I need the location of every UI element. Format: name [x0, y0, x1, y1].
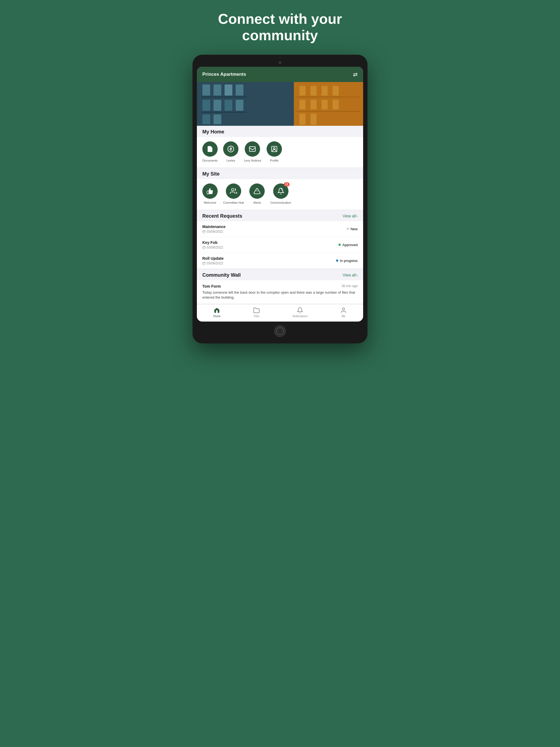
request-status-rollupdate: In progress [336, 259, 358, 263]
communication-label: Communication [270, 201, 291, 204]
svg-rect-4 [225, 84, 232, 96]
svg-rect-43 [203, 262, 205, 265]
svg-rect-21 [322, 100, 328, 109]
tablet-bottom [197, 321, 363, 339]
request-status-maintenance: New [347, 227, 358, 231]
page-hero-title: Connect with your community [184, 11, 376, 44]
svg-point-30 [274, 147, 275, 149]
levy-notices-label: Levy Notices [244, 159, 261, 162]
my-site-title: My Site [202, 171, 220, 177]
svg-rect-5 [236, 84, 244, 96]
levies-label: Levies [226, 159, 235, 162]
nav-notifications[interactable]: Notifications [292, 307, 307, 318]
svg-rect-16 [310, 86, 316, 96]
levy-notices-item[interactable]: Levy Notices [244, 141, 261, 162]
svg-rect-9 [236, 100, 244, 111]
community-post-time: 38 min ago [341, 284, 358, 288]
my-home-icon-grid: Documents Levies [197, 137, 363, 168]
request-info-rollupdate: Roll Update 03/08/2022 [202, 256, 224, 265]
levy-notices-icon-circle [245, 141, 260, 157]
documents-label: Documents [202, 159, 218, 162]
svg-rect-23 [299, 113, 305, 125]
community-post-author: Tom Form [202, 284, 221, 288]
hero-building-image [197, 82, 363, 126]
switch-icon[interactable]: ⇄ [353, 71, 358, 78]
app-header: Princes Apartments ⇄ [197, 67, 363, 82]
svg-rect-35 [203, 231, 205, 233]
communication-badge: 13 [284, 182, 289, 186]
request-info-maintenance: Maintenance 03/08/2022 [202, 225, 226, 233]
alerts-item[interactable]: Alerts [249, 183, 265, 204]
svg-point-31 [232, 188, 234, 191]
tablet-screen: Princes Apartments ⇄ [197, 67, 363, 321]
committee-hub-icon-circle [226, 183, 241, 199]
alerts-label: Alerts [253, 201, 261, 204]
committee-hub-label: Committee Hub [223, 201, 244, 204]
communication-item[interactable]: 13 Communication [270, 183, 291, 204]
nav-files-label: Files [254, 315, 259, 318]
request-title-rollupdate: Roll Update [202, 256, 224, 261]
svg-rect-28 [250, 147, 256, 151]
recent-requests-header: Recent Requests View all › [197, 210, 363, 221]
svg-rect-8 [225, 100, 232, 111]
nav-home[interactable]: Home [213, 307, 221, 318]
committee-hub-item[interactable]: Committee Hub [223, 183, 244, 204]
community-wall-header: Community Wall View all › [197, 269, 363, 280]
levies-icon-circle [223, 141, 238, 157]
svg-rect-6 [202, 100, 210, 111]
community-wall-content: Tom Form 38 min ago Today someone left t… [197, 280, 363, 304]
request-date-keyfob: 03/08/2022 [202, 246, 223, 249]
svg-rect-7 [213, 100, 221, 111]
nav-me[interactable]: Me [340, 307, 347, 318]
svg-rect-22 [333, 100, 339, 109]
community-post-header: Tom Form 38 min ago [202, 284, 358, 288]
request-title-keyfob: Key Fob [202, 240, 223, 245]
welcome-item[interactable]: Welcome [202, 183, 218, 204]
my-site-section-header: My Site [197, 168, 363, 179]
status-dot-new [347, 228, 349, 230]
recent-requests-title: Recent Requests [202, 213, 242, 219]
tablet-camera [279, 61, 281, 64]
alerts-icon-circle [249, 183, 265, 199]
community-wall-title: Community Wall [202, 272, 240, 278]
svg-rect-2 [202, 84, 210, 96]
profile-icon-circle [266, 141, 282, 157]
documents-item[interactable]: Documents [202, 141, 218, 162]
nav-home-label: Home [213, 315, 221, 318]
request-date-rollupdate: 03/08/2022 [202, 261, 224, 265]
svg-rect-20 [310, 100, 316, 109]
request-item-rollupdate[interactable]: Roll Update 03/08/2022 In progress [197, 253, 363, 269]
home-button-inner [276, 327, 284, 335]
nav-me-label: Me [341, 315, 345, 318]
bottom-nav: Home Files Notifications [197, 304, 363, 321]
tablet-frame: Princes Apartments ⇄ [193, 55, 367, 343]
communication-icon-circle: 13 [273, 183, 288, 199]
nav-files[interactable]: Files [253, 307, 260, 318]
svg-rect-10 [202, 114, 210, 124]
home-button[interactable] [274, 325, 286, 337]
levies-item[interactable]: Levies [223, 141, 238, 162]
my-home-title: My Home [202, 129, 224, 134]
request-date-maintenance: 03/08/2022 [202, 230, 226, 233]
welcome-label: Welcome [204, 201, 216, 204]
request-title-maintenance: Maintenance [202, 225, 226, 229]
request-status-keyfob: Approved [338, 243, 358, 247]
svg-rect-15 [299, 86, 305, 96]
requests-list: Maintenance 03/08/2022 New Key Fob [197, 221, 363, 269]
tablet-top-bar [197, 59, 363, 67]
community-wall-view-all[interactable]: View all › [342, 273, 358, 277]
request-item-keyfob[interactable]: Key Fob 03/08/2022 Approved [197, 237, 363, 253]
svg-rect-1 [197, 82, 297, 126]
documents-icon-circle [202, 141, 218, 157]
svg-rect-24 [310, 113, 316, 125]
recent-requests-view-all[interactable]: View all › [342, 214, 358, 218]
svg-rect-18 [333, 86, 339, 96]
svg-rect-3 [213, 84, 221, 96]
profile-item[interactable]: Profile [266, 141, 282, 162]
svg-rect-19 [299, 100, 305, 109]
request-info-keyfob: Key Fob 03/08/2022 [202, 240, 223, 249]
my-site-icon-grid: Welcome Committee Hub [197, 179, 363, 210]
profile-label: Profile [270, 159, 278, 162]
request-item-maintenance[interactable]: Maintenance 03/08/2022 New [197, 221, 363, 237]
app-header-title: Princes Apartments [202, 72, 246, 77]
